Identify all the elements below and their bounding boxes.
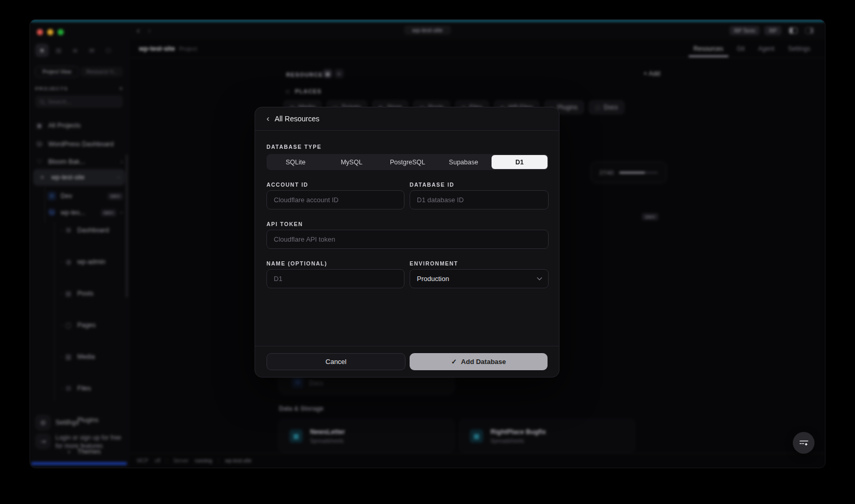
sidebar-item-wp-admin[interactable]: ◍ wp-admin: [35, 255, 133, 269]
project-tag: Project: [179, 46, 197, 52]
rocket-icon: ✈: [38, 174, 47, 181]
tab-settings[interactable]: Settings: [788, 45, 810, 52]
sidebar-item-bloom[interactable]: ♡ Bloom Bak... ›: [35, 155, 123, 169]
right-panel-toggle-icon[interactable]: [805, 27, 814, 34]
list-sparkle-icon: [799, 439, 809, 447]
projects-section-label: PROJECTS: [35, 86, 68, 91]
data-storage-section-label: Data & Storage: [279, 405, 324, 412]
mcp-status-value: off: [155, 458, 160, 464]
environment-label: ENVIRONMENT: [410, 260, 458, 267]
chevron-down-icon: [537, 275, 542, 281]
login-banner-edge: [31, 462, 127, 465]
segment-sqlite[interactable]: SQLite: [268, 155, 324, 169]
sidebar-item-pages[interactable]: ▢ Pages: [35, 318, 133, 332]
rp-button[interactable]: RP: [764, 26, 781, 35]
status-site-name: wp-test-site: [225, 458, 251, 464]
left-panel-toggle-icon[interactable]: [789, 27, 797, 34]
modal-header: ‹ All Resources: [255, 107, 559, 131]
login-icon: ⇥: [35, 433, 51, 449]
sidebar-item-posts[interactable]: ▤ Posts: [35, 286, 133, 301]
add-resource-button[interactable]: + Add: [643, 70, 660, 77]
sidebar-login-prompt[interactable]: ⇥ Login or sign up for free for more fea…: [35, 433, 123, 450]
cancel-button[interactable]: Cancel: [267, 353, 405, 370]
list-view-icon[interactable]: ≡: [334, 69, 344, 78]
files-icon: ⊟: [64, 385, 73, 392]
database-id-field[interactable]: [410, 190, 549, 209]
project-title: wp-test-site: [139, 45, 175, 52]
card-subtitle: Spreadsheets: [310, 438, 345, 444]
pill-docs[interactable]: ▢ Docs: [588, 100, 625, 115]
tab-resource-view[interactable]: Resource V...: [81, 67, 123, 77]
environment-value: Production: [417, 275, 449, 283]
segment-d1[interactable]: D1: [492, 155, 548, 169]
sidebar-mode-users-button[interactable]: ⚇: [102, 44, 115, 57]
status-bar: MCP off Server running wp-test-site: [129, 453, 825, 468]
zoom-window-button[interactable]: [58, 29, 64, 35]
chevron-right-icon: ›: [121, 158, 123, 165]
newsletter-card[interactable]: ▦ NewsLetter Spreadsheets: [278, 419, 455, 453]
wp-admin-icon: ◍: [64, 258, 73, 265]
account-id-input[interactable]: [274, 196, 397, 204]
environment-select[interactable]: Production: [410, 269, 549, 288]
usage-meter-card: 27/40: [591, 162, 667, 183]
chevron-down-icon: ›: [115, 176, 122, 178]
sidebar-mode-mail-button[interactable]: ✉: [85, 44, 99, 57]
sidebar-item-wp-tes[interactable]: Ⓦ wp-tes... DEV ›: [35, 205, 123, 220]
name-field[interactable]: [267, 269, 404, 288]
sidebar-mode-stack-button[interactable]: ≋: [68, 44, 82, 57]
add-database-button[interactable]: ✓ Add Database: [410, 353, 548, 370]
rp-term-button[interactable]: RP Term: [730, 26, 760, 35]
tab-agent[interactable]: Agent: [758, 45, 774, 52]
media-icon: ▧: [64, 353, 73, 360]
tab-project-view[interactable]: Project View: [35, 66, 79, 77]
pages-icon: ▢: [64, 321, 73, 329]
segment-supabase[interactable]: Supabase: [436, 155, 492, 169]
sidebar-mode-projects-button[interactable]: ✈: [35, 44, 49, 57]
dev-badge: DEV: [101, 209, 116, 216]
database-type-label: DATABASE TYPE: [267, 144, 321, 150]
card-title: NewsLetter: [310, 428, 345, 436]
history-back-icon[interactable]: ‹: [137, 26, 139, 35]
tab-resources[interactable]: Resources: [694, 45, 723, 52]
minimize-window-button[interactable]: [47, 29, 53, 35]
sidebar-search[interactable]: [35, 95, 123, 108]
sidebar-item-wordpress-dashboard[interactable]: Ⓦ WordPress Dashboard: [35, 137, 123, 151]
back-icon[interactable]: ‹: [267, 114, 270, 124]
sidebar-mode-frames-button[interactable]: ⊞: [52, 44, 65, 57]
close-window-button[interactable]: [37, 29, 43, 35]
dev-badge: DEV: [108, 193, 123, 200]
gear-icon: ⚙: [35, 415, 51, 430]
tab-git[interactable]: Git: [737, 45, 745, 52]
database-id-input[interactable]: [417, 196, 541, 204]
sidebar-item-wp-test-site[interactable]: ✈ wp-test-site ›: [33, 169, 125, 186]
database-id-label: DATABASE ID: [410, 181, 454, 188]
database-type-segmented-control: SQLite MySQL PostgreSQL Supabase D1: [267, 154, 549, 170]
api-token-input[interactable]: [274, 235, 541, 243]
sidebar-item-files[interactable]: ⊟ Files: [35, 381, 133, 396]
sidebar-item-dev[interactable]: # Dev DEV: [35, 189, 123, 203]
search-input[interactable]: [48, 99, 118, 105]
name-input[interactable]: [274, 275, 397, 283]
sidebar-item-dashboard[interactable]: ⊞ Dashboard: [35, 223, 133, 237]
add-project-button[interactable]: +: [119, 85, 123, 92]
places-group[interactable]: ▢ PLACES: [284, 88, 321, 95]
name-label: NAME (OPTIONAL): [267, 260, 327, 267]
main-tabs: Resources Git Agent Settings: [694, 45, 810, 52]
sidebar-item-all-projects[interactable]: ▣ All Projects: [35, 118, 123, 133]
rightplace-bugfix-card[interactable]: ▦ RightPlace Bugfix Spreadsheets: [459, 419, 635, 453]
spreadsheet-icon: ▦: [289, 429, 303, 443]
history-forward-icon[interactable]: ›: [148, 26, 150, 35]
grid-view-icon[interactable]: ▦: [323, 69, 332, 78]
sidebar-scrollbar[interactable]: [126, 155, 128, 297]
api-token-field[interactable]: [267, 230, 549, 249]
sidebar-item-settings[interactable]: ⚙ Settings: [35, 414, 123, 431]
account-id-field[interactable]: [267, 190, 404, 209]
assistant-fab-button[interactable]: [793, 432, 815, 454]
resources-section-label: RESOURCES: [286, 72, 328, 78]
segment-mysql[interactable]: MySQL: [324, 155, 380, 169]
check-icon: ✓: [451, 358, 457, 366]
places-icon: ▢: [284, 88, 291, 95]
chevron-down-icon: ›: [118, 212, 125, 214]
sidebar-item-media[interactable]: ▧ Media: [35, 349, 133, 364]
segment-postgresql[interactable]: PostgreSQL: [380, 155, 436, 169]
